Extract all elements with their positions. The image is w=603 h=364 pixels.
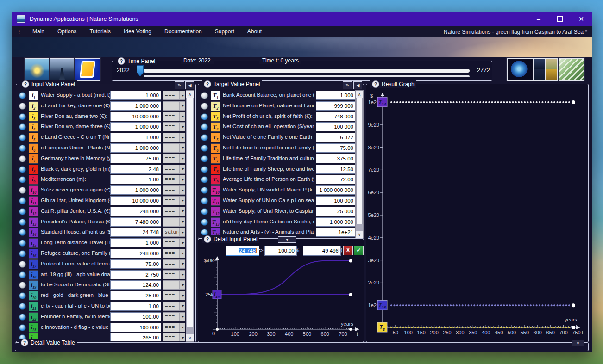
value-field[interactable]: 25 000 — [316, 207, 355, 216]
mode-dropdown[interactable]: ===▼ — [163, 207, 185, 216]
collapse-left-button[interactable]: ◀ — [353, 81, 362, 89]
mode-dropdown[interactable]: ===▼ — [163, 175, 185, 184]
time-slider-range-bar[interactable] — [144, 75, 470, 77]
mode-dropdown[interactable]: ===▼ — [163, 196, 185, 205]
value-field[interactable]: 1 000 — [316, 91, 355, 100]
menu-item-tutorials[interactable]: Tutorials — [83, 26, 117, 37]
radio-button[interactable] — [201, 155, 208, 162]
value-field[interactable]: 100.00 — [110, 312, 161, 321]
value-field[interactable]: 265.00 — [110, 333, 161, 341]
radio-button[interactable] — [19, 103, 26, 110]
chevron-down-icon[interactable]: ▼ — [179, 165, 185, 173]
mode-dropdown[interactable]: ===▼ — [163, 323, 185, 332]
menu-item-main[interactable]: Main — [26, 26, 51, 37]
chevron-down-icon[interactable]: ▼ — [179, 102, 185, 110]
radio-button[interactable] — [19, 166, 26, 173]
value-field[interactable]: 25.00 — [110, 291, 161, 300]
radio-button[interactable] — [19, 250, 26, 257]
scroll-up-icon[interactable]: ∧ — [356, 91, 363, 98]
mode-dropdown[interactable]: saturated?▼ — [163, 228, 185, 237]
chevron-down-icon[interactable]: ▼ — [179, 123, 185, 131]
chevron-down-icon[interactable]: ▼ — [179, 175, 185, 184]
value-field[interactable]: 72.00 — [316, 175, 355, 184]
value-field[interactable]: 12.50 — [316, 165, 355, 174]
value-field[interactable]: 1 000 000 — [110, 122, 161, 131]
mode-dropdown[interactable]: ===▼ — [163, 112, 185, 121]
chevron-down-icon[interactable]: ▼ — [179, 154, 185, 163]
mode-dropdown[interactable]: ===▼ — [163, 122, 185, 131]
edit-pencil-button[interactable]: ✎ — [175, 81, 184, 89]
radio-button[interactable] — [19, 292, 26, 299]
minimize-button[interactable]: – — [528, 12, 549, 26]
chevron-down-icon[interactable]: ▼ — [179, 186, 185, 194]
chevron-down-icon[interactable]: ▼ — [179, 323, 185, 332]
radio-button[interactable] — [19, 155, 26, 162]
chevron-down-icon[interactable]: ▼ — [179, 91, 185, 99]
radio-button[interactable] — [201, 219, 208, 226]
radio-button[interactable] — [201, 187, 208, 194]
radio-button[interactable] — [201, 134, 208, 141]
chevron-down-icon[interactable]: ▼ — [179, 291, 185, 300]
chevron-down-icon[interactable]: ▼ — [179, 249, 185, 258]
target-scrollbar[interactable]: ∧ ∨ — [355, 90, 364, 238]
value-field[interactable]: 999 000 — [316, 101, 355, 111]
radio-button[interactable] — [19, 324, 26, 331]
chevron-down-icon[interactable]: ▼ — [179, 333, 185, 341]
radio-button[interactable] — [201, 166, 208, 173]
mode-dropdown[interactable]: ===▼ — [163, 185, 185, 195]
value-field[interactable]: 7 480 000 — [110, 217, 161, 227]
mode-dropdown[interactable]: ===▼ — [163, 217, 185, 227]
mode-dropdown[interactable]: ===▼ — [163, 312, 185, 321]
input-scrollbar[interactable]: ∧ ∨ — [186, 90, 194, 342]
value-field[interactable]: 1 000 000 000 — [316, 185, 355, 195]
value-field[interactable]: 1 000 000 — [110, 101, 161, 111]
menu-item-documentation[interactable]: Documentation — [158, 26, 208, 37]
value-field[interactable]: 100 000 — [110, 323, 161, 332]
thumbnail-earth[interactable] — [507, 58, 534, 81]
radio-button[interactable] — [19, 208, 26, 215]
value-field[interactable]: 24 748 — [110, 228, 161, 237]
detail-value-field[interactable]: 24 748 — [226, 246, 259, 256]
radio-button[interactable] — [19, 123, 26, 130]
time-slider-handle[interactable] — [137, 65, 144, 76]
confirm-button[interactable]: ✓ — [354, 246, 364, 255]
mode-dropdown[interactable]: ===▼ — [163, 165, 185, 174]
mode-dropdown[interactable]: ===▼ — [163, 280, 185, 290]
value-field[interactable]: 748 000 — [316, 112, 355, 121]
value-field[interactable]: 75.00 — [110, 259, 161, 269]
value-field[interactable]: 75.00 — [110, 154, 161, 163]
collapse-down-button[interactable]: ▼ — [278, 236, 296, 243]
value-field[interactable]: 1.00 — [110, 175, 161, 184]
menu-item-idea-voting[interactable]: Idea Voting — [117, 26, 158, 37]
mode-dropdown[interactable]: ===▼ — [163, 101, 185, 111]
radio-button[interactable] — [201, 113, 208, 120]
mode-dropdown[interactable]: ===▼ — [163, 302, 185, 311]
value-field[interactable]: 2.48 — [110, 165, 161, 174]
value-field[interactable]: 6 372 — [316, 133, 355, 142]
radio-button[interactable] — [19, 145, 26, 152]
radio-button[interactable] — [201, 197, 208, 204]
chevron-down-icon[interactable]: ▼ — [179, 239, 185, 247]
radio-button[interactable] — [201, 208, 208, 215]
chevron-down-icon[interactable]: ▼ — [179, 133, 185, 142]
thumbnail-collage[interactable] — [533, 58, 558, 81]
mode-dropdown[interactable]: ===▼ — [163, 259, 185, 269]
radio-button[interactable] — [201, 176, 208, 183]
radio-button[interactable] — [19, 261, 26, 268]
value-field[interactable]: 1.00 — [110, 302, 161, 311]
menu-item-options[interactable]: Options — [51, 26, 83, 37]
value-field[interactable]: 1 000 — [110, 133, 161, 142]
value-field[interactable]: 75.00 — [316, 143, 355, 153]
chevron-down-icon[interactable]: ▼ — [179, 228, 185, 236]
value-field[interactable]: 1 000 000 — [110, 185, 161, 195]
time-slider-track[interactable] — [144, 69, 470, 73]
radio-button[interactable] — [19, 113, 26, 120]
value-field[interactable]: 248 000 — [110, 207, 161, 216]
mode-dropdown[interactable]: ===▼ — [163, 143, 185, 153]
cancel-button[interactable]: X — [343, 246, 353, 255]
mode-dropdown[interactable]: ===▼ — [163, 91, 185, 100]
menu-item-support[interactable]: Support — [208, 26, 241, 37]
value-field[interactable]: 1 000 000 — [110, 143, 161, 153]
value-field[interactable]: 375.00 — [316, 154, 355, 163]
radio-button[interactable] — [19, 314, 26, 321]
